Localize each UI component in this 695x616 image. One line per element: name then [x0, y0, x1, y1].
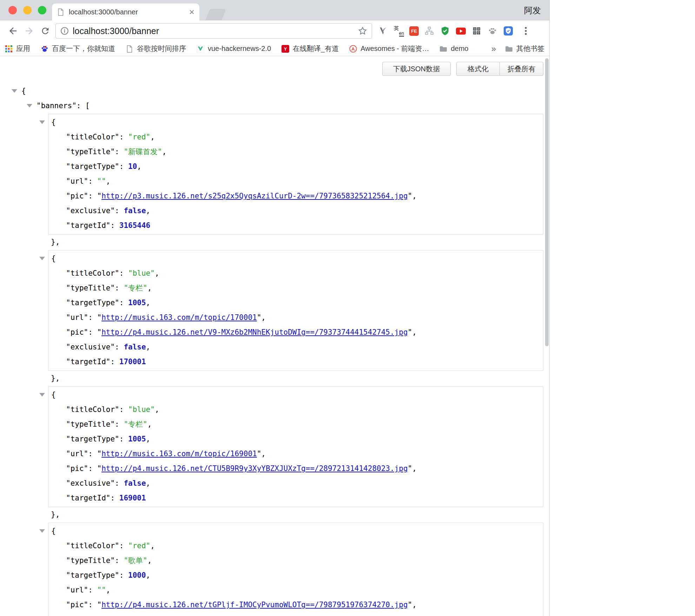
json-key: "pic"	[66, 601, 88, 609]
view-mode-button-group: 格式化 折叠所有	[456, 62, 543, 76]
forward-button[interactable]	[21, 23, 37, 39]
other-bookmarks-button[interactable]: 其他书签	[505, 44, 544, 53]
site-info-icon[interactable]	[60, 26, 69, 35]
bookmark-label: 应用	[16, 44, 30, 53]
page-favicon-icon	[57, 8, 65, 16]
url-text: localhost:3000/banner	[73, 26, 159, 36]
minimize-window-button[interactable]	[23, 6, 32, 14]
json-line: "url": "http://music.163.com/m/topic/170…	[48, 310, 543, 325]
sitemap-extension-icon[interactable]	[424, 26, 435, 36]
json-object-box: {"titleColor": "red","typeTitle": "新碟首发"…	[48, 114, 543, 235]
browser-menu-icon[interactable]	[518, 23, 534, 39]
bookmark-item[interactable]: 百度一下，你就知道	[41, 43, 115, 54]
page-content: 下载JSON数据 格式化 折叠所有 {"banners": [{"titleCo…	[0, 56, 549, 616]
json-line: },	[0, 235, 549, 249]
json-number-value: 169001	[119, 494, 146, 502]
address-bar[interactable]: localhost:3000/banner	[55, 23, 372, 39]
json-key: "exclusive"	[66, 207, 115, 215]
new-tab-button[interactable]	[206, 9, 226, 20]
collapse-toggle-icon[interactable]	[12, 89, 17, 93]
json-key: "pic"	[66, 192, 88, 200]
translate-en-badge: en	[399, 31, 404, 37]
bookmark-item[interactable]: 应用	[5, 43, 30, 54]
page-action-buttons: 下载JSON数据 格式化 折叠所有	[382, 62, 543, 76]
blue-shield-extension-icon[interactable]	[503, 26, 514, 36]
json-boolean-value: false	[124, 479, 146, 487]
json-line: {	[48, 251, 543, 266]
json-key: "exclusive"	[66, 343, 115, 351]
json-link-value[interactable]: http://p4.music.126.net/V9-MXz6b2MNhEKju…	[101, 328, 408, 336]
scrollbar-thumb[interactable]	[545, 58, 549, 346]
doc-icon	[126, 45, 133, 53]
bookmark-item[interactable]: demo	[439, 43, 468, 54]
bookmarks-bar: 应用百度一下，你就知道谷歌按时间排序vue-hackernews-2.0Y在线翻…	[0, 41, 549, 56]
json-line: "url": "http://music.163.com/m/topic/169…	[48, 446, 543, 461]
json-key: "targetId"	[66, 358, 110, 366]
reload-button[interactable]	[37, 23, 53, 39]
json-key: "typeTitle"	[66, 284, 115, 292]
json-key: "titleColor"	[66, 133, 119, 141]
json-line: "targetType": 10,	[48, 159, 543, 174]
close-window-button[interactable]	[8, 6, 17, 14]
collapse-toggle-icon[interactable]	[39, 393, 45, 397]
browser-tab[interactable]: localhost:3000/banner ×	[52, 4, 199, 20]
collapse-toggle-icon[interactable]	[39, 529, 45, 533]
json-boolean-value: false	[124, 207, 146, 215]
fe-extension-icon[interactable]: FE	[409, 26, 419, 36]
bookmark-item[interactable]: vue-hackernews-2.0	[197, 43, 271, 54]
bookmark-item[interactable]: AAwesomes - 前端资…	[349, 43, 429, 54]
json-line: },	[0, 507, 549, 522]
json-key: "targetType"	[66, 299, 119, 307]
collapse-toggle-icon[interactable]	[39, 120, 45, 124]
json-key: "url"	[66, 586, 88, 594]
collapse-toggle-icon[interactable]	[39, 257, 45, 260]
bookmark-label: Awesomes - 前端资…	[360, 44, 429, 53]
json-key: "targetType"	[66, 162, 119, 171]
json-number-value: 3165446	[119, 221, 151, 230]
json-line: "typeTitle": "歌单",	[48, 553, 543, 568]
json-string-value: "red"	[128, 133, 150, 141]
json-key: "typeTitle"	[66, 420, 115, 428]
json-string-value: "专栏"	[124, 284, 147, 292]
bookmarks-overflow-chevron[interactable]: »	[491, 44, 496, 54]
json-key: "pic"	[66, 328, 88, 336]
svg-text:A: A	[352, 46, 355, 51]
json-string-value: "red"	[128, 542, 150, 550]
translate-extension-icon[interactable]: 英en	[393, 26, 404, 36]
youtube-extension-icon[interactable]	[456, 26, 466, 36]
json-number-value: 170001	[119, 358, 146, 366]
json-number-value: 1000	[128, 571, 146, 579]
json-line: "titleColor": "blue",	[48, 402, 543, 417]
json-line: },	[0, 371, 549, 386]
json-line: "pic": "http://p4.music.126.net/V9-MXz6b…	[48, 325, 543, 340]
json-key: "banners"	[37, 101, 77, 110]
json-line: "exclusive": false,	[48, 612, 543, 616]
maximize-window-button[interactable]	[38, 6, 46, 14]
json-link-value[interactable]: http://music.163.com/m/topic/170001	[101, 313, 257, 322]
json-object-box: {"titleColor": "blue","typeTitle": "专栏",…	[48, 250, 543, 371]
green-shield-extension-icon[interactable]	[440, 26, 450, 36]
json-link-value[interactable]: http://p4.music.126.net/CTU5B9R9y3XyYBZX…	[101, 464, 408, 473]
bookmark-item[interactable]: 谷歌按时间排序	[126, 43, 186, 54]
json-link-value[interactable]: http://p4.music.126.net/tGPljf-IMOCyPvum…	[101, 601, 408, 609]
download-json-button[interactable]: 下载JSON数据	[382, 62, 451, 76]
json-line: "targetType": 1005,	[48, 432, 543, 446]
bookmark-star-icon[interactable]	[358, 26, 368, 36]
format-button[interactable]: 格式化	[456, 62, 500, 76]
baidu-paw-icon	[41, 45, 48, 53]
collapse-all-button[interactable]: 折叠所有	[500, 62, 543, 76]
json-key: "typeTitle"	[66, 556, 115, 565]
bookmark-label: 谷歌按时间排序	[137, 44, 186, 53]
bookmark-label: 百度一下，你就知道	[52, 44, 115, 53]
collapse-toggle-icon[interactable]	[27, 104, 32, 107]
bookmark-item[interactable]: Y在线翻译_有道	[282, 43, 339, 54]
json-link-value[interactable]: http://music.163.com/m/topic/169001	[101, 450, 257, 458]
qrcode-extension-icon[interactable]	[471, 26, 482, 36]
profile-name[interactable]: 阿发	[524, 5, 541, 16]
wing-extension-icon[interactable]	[378, 26, 388, 36]
back-button[interactable]	[5, 23, 21, 39]
bookmark-items: 应用百度一下，你就知道谷歌按时间排序vue-hackernews-2.0Y在线翻…	[5, 43, 479, 54]
paw-extension-icon[interactable]	[487, 26, 498, 36]
json-link-value[interactable]: http://p3.music.126.net/s25q2x5QyqsAzilC…	[101, 192, 408, 200]
tab-close-icon[interactable]: ×	[189, 7, 194, 17]
